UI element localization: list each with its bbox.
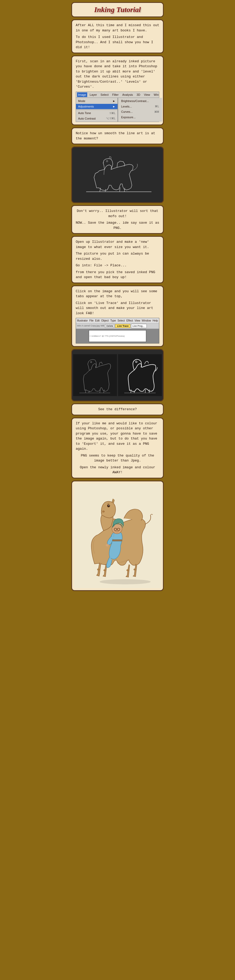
illus-zoom: WB [101, 324, 104, 328]
step7-p2: PNG seems to keep the quality of the ima… [76, 453, 159, 463]
svg-line-5 [124, 188, 125, 192]
rough-camel-box [71, 146, 164, 203]
intro-box: After ALL this time and I missed this ou… [71, 19, 164, 53]
ps-exposure-item[interactable]: Exposure... [118, 115, 162, 120]
step4-p3: Go into: File -> Place... [76, 263, 159, 268]
illus-menu-help[interactable]: Help [153, 319, 158, 323]
menu-3d[interactable]: 3D [136, 92, 141, 97]
after-camel-svg [122, 354, 158, 396]
illustrator-mock: Illustrator File Edit Object Type Select… [76, 318, 159, 344]
final-colored-image: DEVIANTART [74, 484, 161, 588]
rough-camel-svg [81, 151, 154, 198]
illus-menu-file[interactable]: File [89, 319, 93, 323]
svg-point-23 [103, 569, 106, 571]
illus-menu-object[interactable]: Object [101, 319, 109, 323]
intro-paragraph1: After ALL this time and I missed this ou… [76, 23, 159, 33]
illus-filename: Win A camel Copy.jpg [77, 324, 100, 328]
step7-p1: If your like me and would like to colour… [76, 421, 159, 452]
svg-line-15 [145, 390, 145, 393]
illus-progress-input[interactable] [131, 324, 147, 328]
final-image-box: DEVIANTART [71, 480, 164, 591]
ps-autocontrast-item[interactable]: Auto Contrast⌥⇧⌘L [76, 116, 118, 121]
menu-select[interactable]: Select [99, 92, 110, 97]
illus-canvas-area: □ Untitled-1* @ 77% (CMYK/Preview) [76, 329, 159, 343]
ps-submenu: Brightness/Contrast... Levels...⌘L Curve… [118, 98, 162, 122]
intro-paragraph2: To do this I used Illustrator and Photos… [76, 35, 159, 50]
illus-menu-window[interactable]: Window [142, 319, 151, 323]
illus-delete-btn[interactable]: Delete [105, 324, 114, 328]
ps-curves-item[interactable]: Curves...⌘M [118, 109, 162, 115]
menu-filter[interactable]: Filter [111, 92, 120, 97]
before-camel [73, 354, 117, 396]
step4-p2: The picture you put in can always be res… [76, 251, 159, 261]
difference-box: See the difference? [71, 403, 164, 415]
step3-box: Don't worry.. Illustrator will sort that… [71, 205, 164, 234]
svg-point-21 [103, 511, 104, 512]
svg-point-24 [126, 569, 129, 571]
svg-point-25 [134, 568, 136, 570]
step4-p4: from there you pick the saved inked PNG … [76, 270, 159, 280]
illus-menubar: Illustrator File Edit Object Type Select… [76, 318, 159, 323]
photoshop-menu-mock: Image Layer Select Filter Analysis 3D Vi… [76, 92, 159, 122]
step2-text: Notice how un smooth the line art is at … [76, 131, 159, 141]
menu-layer[interactable]: Layer [89, 92, 98, 97]
ps-autotone-item[interactable]: Auto Tone⇧⌘L [76, 110, 118, 116]
ps-menubar: Image Layer Select Filter Analysis 3D Vi… [76, 92, 159, 98]
page-wrapper: Inking Tutorial After ALL this time and … [69, 0, 166, 595]
ps-levels-item[interactable]: Levels...⌘L [118, 104, 162, 109]
menu-view[interactable]: View [143, 92, 151, 97]
step7-box: If your like me and would like to colour… [71, 418, 164, 479]
ps-adjustments-item[interactable]: Adjustments► [76, 104, 118, 109]
menu-analysis[interactable]: Analysis [121, 92, 134, 97]
live-trace-button[interactable]: Live Trace [115, 324, 130, 328]
svg-line-10 [104, 390, 104, 393]
svg-point-22 [97, 568, 100, 570]
svg-line-4 [120, 187, 120, 192]
ps-mode-item[interactable]: Mode► [76, 99, 118, 104]
step2-box: Notice how un smooth the line art is at … [71, 127, 164, 145]
page-title: Inking Tutorial [76, 5, 159, 14]
step4-box: Open up Illustrator and make a 'new' ima… [71, 236, 164, 283]
ps-dropdown-area: Mode► Adjustments► Auto Tone⇧⌘L Auto Con… [76, 98, 159, 122]
step3-line1: Don't worry.. Illustrator will sort that… [76, 208, 159, 219]
title-box: Inking Tutorial [71, 2, 164, 17]
svg-point-18 [100, 579, 151, 584]
illus-canvas-label: □ Untitled-1* @ 77% (CMYK/Preview) [90, 335, 125, 338]
illus-menu-effect[interactable]: Effect [126, 319, 133, 323]
step1-box: First, scan in an already inked picture … [71, 56, 164, 126]
svg-line-3 [105, 189, 106, 192]
illus-menu-select[interactable]: Select [118, 319, 125, 323]
svg-point-26 [106, 544, 109, 547]
svg-rect-31 [112, 539, 122, 541]
step1-text: First, scan in an already inked picture … [76, 59, 159, 89]
illus-menu-type[interactable]: Type [110, 319, 116, 323]
step4-p1: Open up Illustrator and make a 'new' ima… [76, 239, 159, 250]
illus-canvas: □ Untitled-1* @ 77% (CMYK/Preview) [89, 330, 146, 342]
menu-win[interactable]: Win [153, 92, 160, 97]
illus-menu-edit[interactable]: Edit [95, 319, 99, 323]
svg-point-20 [108, 505, 109, 506]
before-camel-svg [77, 354, 113, 396]
final-colored-svg: DEVIANTART [74, 484, 161, 588]
svg-point-1 [106, 161, 108, 162]
comparison-images [73, 354, 162, 396]
ps-left-menu: Mode► Adjustments► Auto Tone⇧⌘L Auto Con… [76, 98, 118, 122]
ps-separator1 [76, 110, 118, 110]
step3-line2: NOW.. Save the image.. ide say save it a… [76, 220, 159, 231]
illus-menu-illustrator[interactable]: Illustrator [77, 319, 88, 323]
step5-p1: Click on the image and you will see some… [76, 289, 159, 299]
step7-p3: Open the newly inked image and colour AW… [76, 465, 159, 475]
svg-point-6 [91, 361, 92, 363]
illus-menu-view[interactable]: View [134, 319, 140, 323]
ps-brightness-item[interactable]: Brightness/Contrast... [118, 99, 162, 104]
illus-toolbar: Win A camel Copy.jpg WB Delete Live Trac… [76, 323, 159, 329]
svg-point-12 [136, 361, 137, 363]
difference-text: See the difference? [76, 407, 159, 412]
after-camel [118, 354, 162, 396]
comparison-box [71, 349, 164, 401]
rough-camel-sketch [76, 151, 159, 198]
menu-image[interactable]: Image [77, 92, 87, 97]
step5-p2: Click on 'Live Trace' and Illustrator wi… [76, 301, 159, 316]
step5-box: Click on the image and you will see some… [71, 285, 164, 347]
